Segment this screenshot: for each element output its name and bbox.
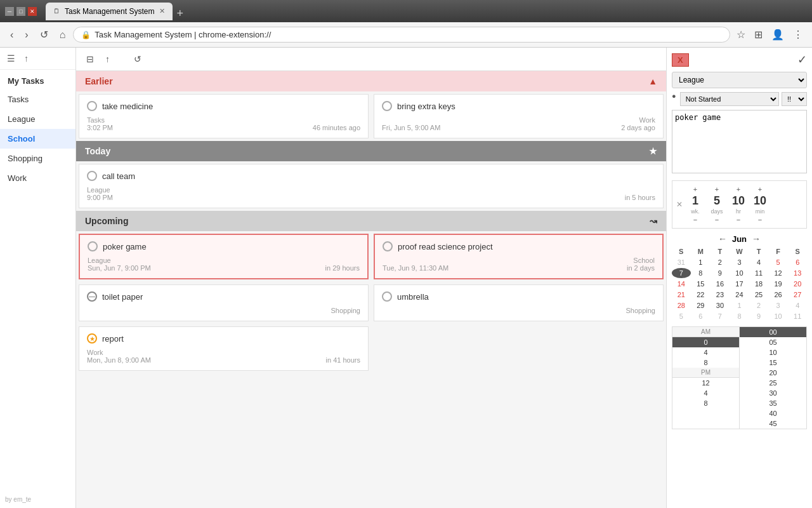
active-tab[interactable]: 🗒 Task Management System ✕: [46, 3, 173, 20]
address-bar[interactable]: 🔒 Task Management System | chrome-extens…: [73, 27, 730, 43]
close-btn[interactable]: ✕: [28, 7, 37, 16]
task-card-poker-game[interactable]: poker game League Sun, Jun 7, 9:00 PM in…: [79, 234, 369, 279]
timer-days-plus[interactable]: +: [713, 185, 721, 194]
cal-day-8b[interactable]: 8: [730, 311, 749, 321]
timer-min-minus[interactable]: −: [756, 215, 764, 224]
time-cell-40[interactable]: 40: [740, 408, 806, 418]
timer-wk-minus[interactable]: −: [691, 215, 699, 224]
cal-day-12[interactable]: 12: [769, 268, 788, 278]
cal-day-3b[interactable]: 3: [769, 300, 788, 311]
cal-day-9b[interactable]: 9: [749, 311, 768, 321]
cal-day-11[interactable]: 11: [749, 268, 768, 278]
time-cell-35[interactable]: 35: [740, 398, 806, 408]
forward-button[interactable]: ›: [21, 27, 32, 43]
sidebar-item-shopping[interactable]: Shopping: [0, 149, 75, 168]
cal-day-14[interactable]: 14: [672, 279, 691, 289]
cal-day-11b[interactable]: 11: [788, 311, 807, 321]
main-sort-btn[interactable]: ↑: [102, 51, 114, 67]
rp-x-button[interactable]: X: [672, 53, 689, 67]
rp-category-dropdown[interactable]: League Tasks School Shopping Work: [672, 72, 807, 88]
rp-check-button[interactable]: ✓: [797, 53, 807, 67]
timer-close-btn[interactable]: ✕: [676, 200, 683, 209]
cal-day-6[interactable]: 6: [788, 257, 807, 267]
cal-day-16[interactable]: 16: [710, 279, 730, 289]
section-header-earlier[interactable]: Earlier ▲: [76, 71, 666, 91]
task-card-take-medicine[interactable]: take medicine Tasks 3:02 PM 46 minutes a…: [79, 94, 369, 138]
main-refresh-btn[interactable]: ↺: [130, 51, 145, 67]
time-cell-4pm[interactable]: 4: [672, 388, 739, 398]
cal-day-17[interactable]: 17: [730, 279, 749, 289]
home-button[interactable]: ⌂: [56, 27, 70, 43]
timer-min-plus[interactable]: +: [756, 185, 764, 194]
extensions-btn[interactable]: ⊞: [752, 26, 765, 43]
cal-day-25[interactable]: 25: [749, 290, 768, 300]
cal-day-15[interactable]: 15: [691, 279, 710, 289]
cal-day-9[interactable]: 9: [710, 268, 730, 278]
cal-day-26[interactable]: 26: [769, 290, 788, 300]
timer-days-minus[interactable]: −: [713, 215, 721, 224]
sidebar-item-school[interactable]: School: [0, 129, 75, 149]
task-card-report[interactable]: ★ report Work Mon, Jun 8, 9:00 AM in 41 …: [79, 326, 369, 371]
cal-day-19[interactable]: 19: [769, 279, 788, 289]
cal-day-2[interactable]: 2: [710, 257, 730, 267]
timer-hr-plus[interactable]: +: [735, 185, 742, 194]
cal-day-23[interactable]: 23: [710, 290, 730, 300]
timer-wk-plus[interactable]: +: [691, 185, 699, 194]
cal-day-22[interactable]: 22: [691, 290, 710, 300]
cal-day-7b[interactable]: 7: [710, 311, 730, 321]
cal-day-1[interactable]: 1: [691, 257, 710, 267]
cal-day-28[interactable]: 28: [672, 300, 691, 311]
cal-day-13[interactable]: 13: [788, 268, 807, 278]
sidebar-add-btn[interactable]: ↑: [21, 51, 32, 65]
cal-day-2b[interactable]: 2: [749, 300, 768, 311]
time-cell-4am[interactable]: 4: [672, 347, 739, 358]
tab-close-btn[interactable]: ✕: [159, 7, 165, 15]
cal-day-4[interactable]: 4: [749, 257, 768, 267]
time-cell-00[interactable]: 00: [740, 327, 806, 337]
profile-btn[interactable]: 👤: [769, 26, 787, 43]
back-button[interactable]: ‹: [6, 27, 17, 43]
time-cell-8am[interactable]: 8: [672, 358, 739, 368]
new-tab-button[interactable]: +: [173, 7, 187, 20]
task-card-call-team[interactable]: call team League 9:00 PM in 5 hours: [79, 164, 664, 208]
section-header-upcoming[interactable]: Upcoming ↝: [76, 211, 666, 231]
cal-day-30[interactable]: 30: [710, 300, 730, 311]
cal-next-btn[interactable]: →: [752, 234, 761, 244]
cal-day-24[interactable]: 24: [730, 290, 749, 300]
sidebar-item-tasks[interactable]: Tasks: [0, 90, 75, 109]
time-cell-05[interactable]: 05: [740, 337, 806, 347]
sidebar-collapse-btn[interactable]: ☰: [4, 51, 18, 65]
cal-day-7[interactable]: 7: [672, 268, 691, 278]
cal-day-8[interactable]: 8: [691, 268, 710, 278]
sidebar-item-league[interactable]: League: [0, 109, 75, 129]
maximize-btn[interactable]: □: [16, 7, 25, 16]
sidebar-item-work[interactable]: Work: [0, 168, 75, 188]
time-cell-8pm[interactable]: 8: [672, 398, 739, 408]
cal-day-27[interactable]: 27: [788, 290, 807, 300]
rp-priority-dropdown[interactable]: !! ! -: [782, 92, 807, 106]
time-cell-10[interactable]: 10: [740, 347, 806, 358]
cal-day-20[interactable]: 20: [788, 279, 807, 289]
rp-status-dropdown[interactable]: Not Started In Progress Completed: [680, 92, 779, 106]
cal-prev-btn[interactable]: ←: [718, 234, 727, 244]
menu-btn[interactable]: ⋮: [790, 26, 806, 43]
task-card-umbrella[interactable]: umbrella Shopping: [374, 284, 664, 321]
reload-button[interactable]: ↺: [36, 26, 52, 43]
time-cell-30[interactable]: 30: [740, 388, 806, 398]
time-cell-12pm[interactable]: 12: [672, 378, 739, 388]
cal-day-18[interactable]: 18: [749, 279, 768, 289]
rp-notes-textarea[interactable]: poker game: [672, 110, 807, 173]
cal-day-5b[interactable]: 5: [672, 311, 691, 321]
task-card-toilet-paper[interactable]: ─ toilet paper Shopping: [79, 284, 369, 321]
cal-day-21[interactable]: 21: [672, 290, 691, 300]
cal-day-4b[interactable]: 4: [788, 300, 807, 311]
cal-day-10b[interactable]: 10: [769, 311, 788, 321]
time-cell-45[interactable]: 45: [740, 418, 806, 429]
task-card-proof-read[interactable]: proof read science project School Tue, J…: [374, 234, 664, 279]
cal-day-31[interactable]: 31: [672, 257, 691, 267]
main-view-toggle[interactable]: ⊟: [82, 51, 98, 67]
time-cell-0am[interactable]: 0: [672, 337, 739, 347]
cal-day-5[interactable]: 5: [769, 257, 788, 267]
task-card-bring-extra-keys[interactable]: bring extra keys Work Fri, Jun 5, 9:00 A…: [374, 94, 664, 138]
cal-day-6b[interactable]: 6: [691, 311, 710, 321]
